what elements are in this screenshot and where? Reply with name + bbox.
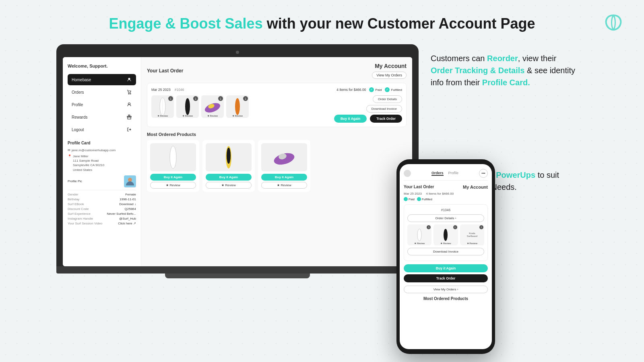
product2-review-button[interactable]: ★ Review: [206, 182, 252, 189]
address-line3: United States: [73, 168, 104, 172]
product3-review-button[interactable]: ★ Review: [261, 182, 307, 189]
phone-item2-review: ★ Review: [433, 242, 458, 245]
nav-logout[interactable]: Logout: [68, 124, 136, 135]
order-actions: Order Details Download Invoice Buy it Ag…: [334, 95, 402, 123]
product3-buy-button[interactable]: Buy it Again: [261, 174, 307, 181]
phone-item3-badge: 1: [479, 225, 483, 229]
phone-most-ordered-title: Most Ordered Products: [404, 296, 488, 301]
profile-gender: Gender Female: [68, 193, 136, 196]
teal-tracking: Order Tracking & Details: [431, 66, 524, 75]
profile-card-title: Profile Card: [68, 141, 136, 145]
phone-nav: Orders Profile •••: [404, 169, 488, 181]
nav-rewards[interactable]: Rewards: [68, 111, 136, 123]
bottom-actions: Buy it Again Track Order: [334, 115, 402, 123]
phone-item-3: 1 KoalaSurfboard ★ Review: [460, 224, 484, 245]
item1-badge: 1: [168, 96, 173, 101]
profile-ebook: Surf EBook Download ↓: [68, 202, 136, 206]
title-rest: with your new Customer Account Page: [263, 15, 535, 32]
phone-order-date: Mar 25 2023: [404, 192, 422, 195]
phone-paid-label: Paid: [409, 197, 415, 201]
phone-item2-badge: 1: [453, 225, 457, 229]
profile-pic-label: Profile Pic: [68, 179, 82, 183]
laptop-outer: Welcome, Support. Homebase Orders: [56, 44, 419, 266]
product-card-3: Buy it Again ★ Review: [258, 140, 310, 192]
phone-tab-orders[interactable]: Orders: [431, 171, 444, 176]
text-block-1: Customers can Reorder, view their Order …: [431, 52, 576, 88]
phone-order-meta: Mar 25 2023 4 Items for $466.00: [404, 192, 488, 195]
phone-order-id-card: #1046 Order Details › 1 ★ Review 1: [404, 204, 488, 261]
email-icon: ✉: [68, 148, 70, 152]
nav-rewards-label: Rewards: [72, 115, 87, 119]
svg-point-14: [235, 98, 240, 115]
paid-dot: ✓: [369, 87, 374, 92]
phone-order-details-button[interactable]: Order Details ›: [407, 214, 484, 222]
phone-more-button[interactable]: •••: [479, 169, 488, 178]
item3-review: ★ Review: [201, 114, 224, 117]
gender-value: Female: [125, 193, 136, 196]
koala-label: KoalaSurfboard: [467, 232, 477, 238]
buy-again-button[interactable]: Buy it Again: [334, 115, 367, 123]
laptop-stand: [165, 274, 310, 278]
instagram-label: Instagram Handle: [68, 217, 93, 220]
item4-badge: 1: [243, 96, 248, 101]
svg-point-2: [130, 93, 131, 94]
phone-nav-tabs: Orders Profile: [431, 171, 458, 176]
item1-review: ★ Review: [151, 114, 174, 117]
discount-label: Discount Code: [68, 207, 89, 211]
laptop-screen: Welcome, Support. Homebase Orders: [63, 57, 412, 266]
phone-badges: Paid Fulfilled: [404, 197, 488, 201]
order-content-row: 1 ★ Review 1 ★ Review: [151, 95, 402, 123]
product-img-1: [150, 143, 196, 171]
phone-my-account: My Account: [463, 185, 488, 189]
experience-value: Never Surfed Befo...: [107, 212, 136, 216]
profile-address: 📍 Jane Miller 111 Sample Road Samplevill…: [68, 154, 136, 172]
phone-item-1: 1 ★ Review: [407, 224, 431, 245]
most-ordered-section: Most Ordered Products Buy it Again ★ Rev: [147, 132, 407, 192]
my-account-title: My Account: [375, 63, 407, 69]
nav-logout-label: Logout: [72, 128, 84, 132]
phone-download-button[interactable]: Download Invoice: [407, 248, 484, 255]
fulfilled-badge: ✓ Fulfilled: [385, 87, 402, 92]
product1-review-button[interactable]: ★ Review: [150, 182, 196, 189]
nav-homebase-label: Homebase: [72, 78, 91, 82]
phone-buy-again-button[interactable]: Buy it Again: [404, 264, 488, 272]
order-header: Mar 25 2023 #1046 4 Items for $466.00 ✓ …: [151, 87, 402, 92]
logout-icon: [126, 127, 132, 132]
nav-profile[interactable]: Profile: [68, 99, 136, 110]
right-text-1: Customers can Reorder, view their Order …: [431, 52, 576, 88]
order-action-row-2: Download Invoice: [334, 105, 402, 113]
download-invoice-button[interactable]: Download Invoice: [366, 105, 402, 113]
order-item-1: 1 ★ Review: [151, 95, 174, 118]
address-line2: Sampleville CA 90210: [73, 163, 104, 167]
profile-email: ✉ jane.m@customerhubapp.com: [68, 148, 136, 152]
svg-point-17: [227, 148, 231, 164]
address-text: Jane Miller 111 Sample Road Sampleville …: [73, 154, 104, 172]
discount-value: Q25864: [125, 207, 136, 211]
product2-buy-button[interactable]: Buy it Again: [206, 174, 252, 181]
product1-buy-button[interactable]: Buy it Again: [150, 174, 196, 181]
profile-name: Jane Miller: [73, 154, 104, 158]
view-my-orders-button[interactable]: View My Orders: [372, 72, 407, 79]
fulfilled-dot: ✓: [385, 87, 390, 92]
phone-track-button[interactable]: Track Order: [404, 274, 488, 282]
nav-orders[interactable]: Orders: [68, 86, 136, 98]
instagram-value: @Surf_Hub: [119, 217, 136, 220]
order-item-3: 1 ★ Review: [201, 95, 224, 118]
video-label: Your Surf Session Video: [68, 222, 102, 225]
phone-fulfilled-label: Fulfilled: [422, 197, 432, 201]
order-details-button[interactable]: Order Details: [373, 95, 402, 103]
product-card-1: Buy it Again ★ Review: [147, 140, 199, 192]
screen-content: Welcome, Support. Homebase Orders: [63, 57, 412, 266]
ebook-label: Surf EBook: [68, 202, 84, 206]
nav-orders-label: Orders: [72, 90, 84, 95]
track-order-button[interactable]: Track Order: [370, 115, 402, 123]
phone-tab-profile[interactable]: Profile: [448, 171, 459, 176]
product-img-2: [206, 143, 252, 171]
phone-order-items: 4 Items for $466.00: [426, 192, 454, 195]
your-last-order-title: Your Last Order: [147, 68, 183, 74]
item4-review: ★ Review: [226, 114, 249, 117]
phone-view-orders-button[interactable]: View My Orders ›: [404, 286, 488, 293]
main-area: Your Last Order My Account View My Order…: [141, 57, 412, 266]
svg-point-15: [170, 146, 176, 169]
nav-homebase[interactable]: Homebase: [68, 74, 136, 85]
